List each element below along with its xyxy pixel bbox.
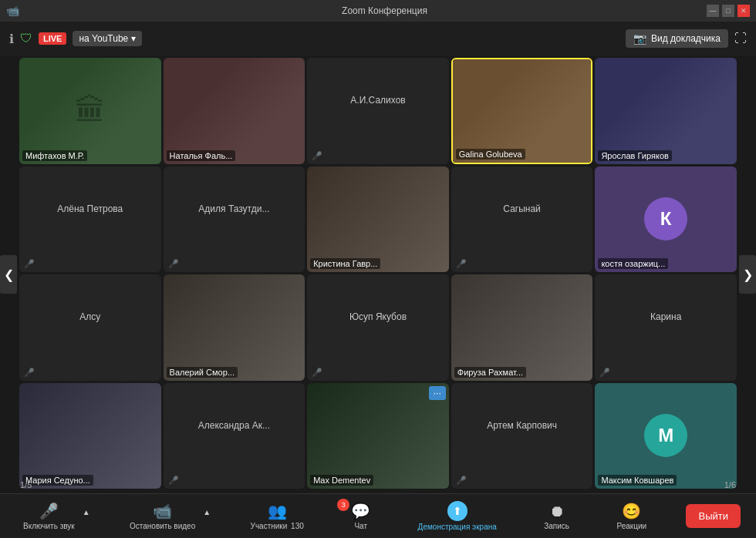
video-cell[interactable]: Наталья Фаль... — [164, 58, 305, 164]
youtube-label: на YouTube — [79, 33, 128, 44]
mute-indicator: 🎤 — [168, 259, 179, 269]
minimize-button[interactable]: — — [707, 5, 719, 17]
video-feed — [19, 383, 161, 489]
maximize-button[interactable]: □ — [722, 5, 734, 17]
video-cell[interactable]: Артем Карпович🎤 — [451, 383, 593, 489]
toolbar-left: ℹ 🛡 LIVE на YouTube ▾ — [9, 31, 142, 46]
participant-name: Алёна Петрова — [19, 203, 161, 214]
screen-share-button[interactable]: ⬆ Демонстрация экрана — [410, 498, 505, 534]
participant-name: Карина — [595, 311, 737, 322]
avatar: К — [644, 197, 687, 240]
chat-icon: 💬 — [351, 502, 370, 520]
participant-name-overlay: Максим Ковшарев — [598, 475, 677, 486]
video-cell[interactable]: Кристина Гавр... — [307, 166, 449, 273]
prev-page-button[interactable]: ❮ — [0, 255, 17, 294]
video-cell[interactable]: Александра Ак...🎤 — [164, 383, 305, 489]
reaction-icon: 😊 — [622, 502, 641, 520]
left-page-indicator: 1/5 — [20, 480, 32, 489]
video-feed — [307, 383, 449, 489]
chat-label: Чат — [354, 522, 367, 530]
chevron-down-icon: ▾ — [131, 33, 136, 44]
video-cell[interactable]: 🏛Мифтахов М.Р. — [19, 58, 161, 164]
mute-indicator: 🎤 — [456, 476, 467, 486]
participants-button[interactable]: 👥 Участники 130 — [243, 499, 312, 533]
video-cell[interactable]: Мария Седуно... — [19, 383, 161, 489]
participants-label: Участники 130 — [251, 522, 304, 530]
participant-name-overlay: Galina Golubeva — [456, 149, 525, 160]
camera-view-icon: 📷 — [633, 32, 646, 45]
video-cell[interactable]: Сагынай🎤 — [451, 166, 593, 273]
next-page-button[interactable]: ❯ — [739, 255, 756, 294]
video-cell[interactable]: Валерий Смор... — [164, 274, 305, 381]
mute-indicator: 🎤 — [456, 259, 467, 269]
video-cell[interactable]: Адиля Тазутди...🎤 — [164, 166, 305, 273]
youtube-button[interactable]: на YouTube ▾ — [73, 31, 142, 46]
video-cell[interactable]: Ккостя озаржиц... — [595, 166, 737, 273]
video-cell[interactable]: Фируза Рахмат... — [451, 274, 593, 381]
reactions-label: Реакции — [616, 522, 646, 530]
speaker-view-button[interactable]: 📷 Вид докладчика — [626, 29, 728, 48]
video-area: ❮ 🏛Мифтахов М.Р.Наталья Фаль...А.И.Салих… — [0, 55, 756, 493]
toolbar-right: 📷 Вид докладчика ⛶ — [626, 29, 747, 48]
mute-button[interactable]: 🎤 Включить звук — [15, 499, 83, 533]
mute-indicator: 🎤 — [24, 259, 35, 269]
participant-name-overlay: Наталья Фаль... — [167, 150, 236, 161]
close-button[interactable]: ✕ — [737, 5, 750, 17]
video-cell[interactable]: Карина🎤 — [595, 274, 737, 381]
avatar: М — [644, 414, 687, 457]
video-cell[interactable]: Алсу🎤 — [19, 274, 161, 381]
video-grid: 🏛Мифтахов М.Р.Наталья Фаль...А.И.Салихов… — [0, 55, 756, 493]
video-feed — [451, 274, 593, 381]
record-label: Запись — [544, 522, 569, 530]
participant-name: Адиля Тазутди... — [164, 203, 305, 214]
title-bar: 📹 Zoom Конференция — □ ✕ — [0, 0, 756, 22]
fullscreen-button[interactable]: ⛶ — [734, 32, 747, 45]
video-feed — [595, 58, 737, 164]
video-cell[interactable]: Юсуп Якубов🎤 — [307, 274, 449, 381]
video-cell[interactable]: Galina Golubeva — [451, 58, 593, 164]
window-title: Zoom Конференция — [19, 5, 750, 16]
video-feed: 🏛 — [19, 58, 161, 164]
exit-button[interactable]: Выйти — [686, 504, 741, 528]
screen-share-label: Демонстрация экрана — [418, 523, 497, 531]
audio-label: Включить звук — [23, 522, 75, 530]
video-feed — [164, 274, 305, 381]
video-cell[interactable]: А.И.Салихов🎤 — [307, 58, 449, 164]
mute-indicator: 🎤 — [312, 151, 322, 161]
screen-share-icon: ⬆ — [447, 501, 467, 521]
video-cell[interactable]: Алёна Петрова🎤 — [19, 166, 161, 273]
shield-icon: 🛡 — [20, 32, 32, 45]
app-icon: 📹 — [6, 5, 19, 17]
video-feed — [164, 58, 305, 164]
video-cell[interactable]: ММаксим Ковшарев — [595, 383, 737, 489]
participant-name-overlay: Фируза Рахмат... — [454, 367, 526, 378]
participant-name-overlay: Ярослав Гиряков — [598, 150, 671, 161]
stop-video-button[interactable]: 📹 Остановить видео — [122, 499, 203, 533]
participant-name-overlay: костя озаржиц... — [598, 258, 668, 269]
video-cell[interactable]: Max Dementev··· — [307, 383, 449, 489]
participant-name: Алсу — [19, 311, 161, 322]
more-options-button[interactable]: ··· — [429, 386, 446, 400]
participant-name: Юсуп Якубов — [307, 311, 449, 322]
audio-chevron-icon: ▲ — [83, 508, 90, 516]
participant-name-overlay: Валерий Смор... — [167, 367, 238, 378]
record-button[interactable]: ⏺ Запись — [536, 499, 577, 533]
participant-name: Александра Ак... — [164, 420, 305, 431]
bottom-toolbar: 🎤 Включить звук ▲ 📹 Остановить видео ▲ 👥… — [0, 493, 756, 538]
participant-name: Сагынай — [451, 203, 593, 214]
video-group: 📹 Остановить видео ▲ — [122, 499, 211, 533]
video-feed — [453, 59, 592, 163]
mute-indicator: 🎤 — [168, 476, 179, 486]
info-icon: ℹ — [9, 32, 14, 46]
speaker-view-label: Вид докладчика — [651, 33, 721, 44]
participant-name-overlay: Max Dementev — [310, 475, 373, 486]
record-icon: ⏺ — [549, 503, 565, 520]
video-cell[interactable]: Ярослав Гиряков — [595, 58, 737, 164]
participants-icon: 👥 — [268, 502, 287, 520]
reactions-button[interactable]: 😊 Реакции — [609, 499, 654, 533]
mic-icon: 🎤 — [39, 502, 59, 520]
video-feed — [307, 166, 449, 273]
participant-name: Артем Карпович — [451, 420, 593, 431]
participant-name-overlay: Кристина Гавр... — [310, 258, 380, 269]
mute-indicator: 🎤 — [312, 368, 322, 378]
